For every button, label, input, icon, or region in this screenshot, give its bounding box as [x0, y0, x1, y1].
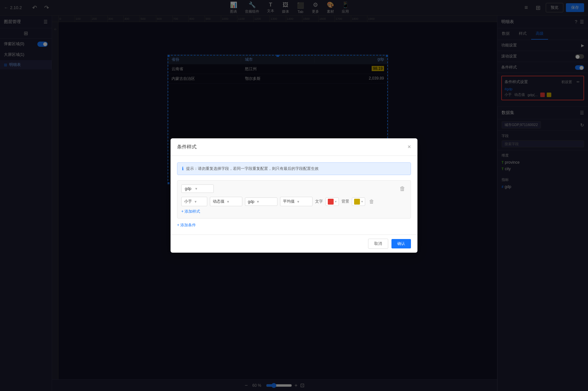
operator-dropdown[interactable]: 小于 ▾ [181, 197, 207, 206]
chevron-down-icon4: ▾ [257, 199, 259, 204]
chevron-down-icon2: ▾ [195, 199, 197, 204]
confirm-button[interactable]: 确认 [391, 239, 411, 248]
value-type-dropdown[interactable]: 动态值 ▾ [210, 197, 242, 206]
modal-header: 条件样式 × [171, 138, 417, 156]
modal-close-button[interactable]: × [407, 144, 411, 150]
chevron-down-icon7: ▾ [361, 200, 363, 203]
chevron-down-icon: ▾ [195, 186, 197, 191]
chevron-down-icon6: ▾ [335, 200, 337, 203]
modal-body: ℹ 提示：请勿重复选择字段，若同一字段重复配置，则只有最后的字段配置生效 gdp… [171, 156, 417, 234]
condition-field-dropdown[interactable]: gdp ▾ [181, 184, 214, 193]
condition-group: gdp ▾ 🗑 小于 ▾ 动态值 [177, 180, 411, 219]
add-style-link[interactable]: + 添加样式 [181, 209, 407, 214]
bg-color-dot [354, 199, 360, 205]
chevron-down-icon3: ▾ [227, 199, 229, 204]
condition-rule: 小于 ▾ 动态值 ▾ gdp ▾ [181, 197, 407, 206]
modal-notice: ℹ 提示：请勿重复选择字段，若同一字段重复配置，则只有最后的字段配置生效 [177, 162, 411, 175]
chevron-down-icon5: ▾ [297, 199, 299, 204]
add-condition-link[interactable]: + 添加条件 [177, 222, 411, 228]
text-color-dot [328, 199, 334, 205]
rule-delete-button[interactable]: 🗑 [368, 199, 376, 205]
text-color-picker[interactable]: ▾ [326, 197, 339, 206]
agg-dropdown[interactable]: 平均值 ▾ [280, 197, 313, 206]
cancel-button[interactable]: 取消 [368, 239, 388, 249]
modal-overlay[interactable]: 条件样式 × ℹ 提示：请勿重复选择字段，若同一字段重复配置，则只有最后的字段配… [0, 0, 588, 391]
condition-group-delete-button[interactable]: 🗑 [398, 185, 407, 192]
condition-rules: 小于 ▾ 动态值 ▾ gdp ▾ [181, 197, 407, 206]
modal-footer: 取消 确认 [171, 234, 417, 253]
bg-color-picker[interactable]: ▾ [352, 197, 365, 206]
value-field-dropdown[interactable]: gdp ▾ [245, 197, 277, 206]
condition-style-modal: 条件样式 × ℹ 提示：请勿重复选择字段，若同一字段重复配置，则只有最后的字段配… [171, 138, 417, 253]
condition-group-header: gdp ▾ 🗑 [181, 184, 407, 193]
modal-title: 条件样式 [177, 144, 197, 150]
notice-icon: ℹ [182, 166, 184, 171]
